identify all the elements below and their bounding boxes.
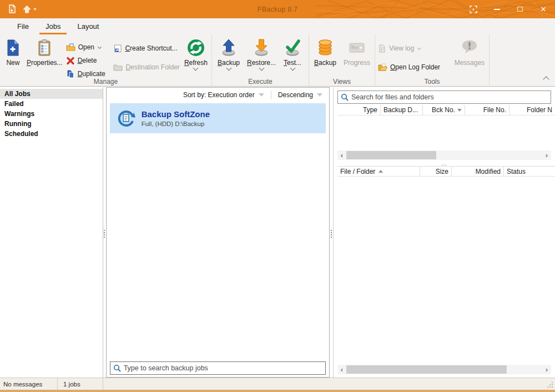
- ribbon-tabs: File Jobs Layout: [0, 18, 555, 34]
- files-table-header: File / Folder Size Modified Status: [337, 166, 555, 177]
- group-label-execute: Execute: [212, 78, 309, 86]
- properties-icon: [36, 37, 53, 58]
- scroll-right-icon[interactable]: ›: [542, 365, 551, 374]
- restore-button[interactable]: Restore...: [244, 36, 279, 70]
- resize-grip-icon[interactable]: [546, 381, 553, 388]
- group-label-manage: Manage: [0, 78, 211, 86]
- scroll-left-icon[interactable]: ‹: [337, 365, 346, 374]
- column-header-bck-no[interactable]: Bck No.: [423, 105, 465, 115]
- create-shortcut-icon: [113, 44, 122, 53]
- test-button[interactable]: Test...: [279, 36, 306, 70]
- test-icon: [283, 37, 302, 58]
- job-search-box: [110, 361, 326, 375]
- minimize-button[interactable]: [485, 0, 508, 18]
- close-button[interactable]: ×: [532, 0, 555, 18]
- group-label-tools: Tools: [375, 78, 489, 86]
- scroll-left-icon[interactable]: ‹: [337, 150, 346, 160]
- restore-icon: [252, 37, 271, 58]
- ribbon-group-tools: View log Open Log Folder: [375, 34, 490, 86]
- window-controls: ×: [462, 0, 555, 18]
- splitter-grip-icon: [104, 230, 105, 238]
- tools-small-buttons: View log Open Log Folder: [376, 36, 452, 73]
- chevron-down-icon: [98, 45, 102, 49]
- progress-view-button: Progress: [340, 36, 374, 67]
- search-icon: [113, 364, 122, 373]
- tab-jobs[interactable]: Jobs: [37, 18, 69, 34]
- search-icon: [341, 93, 349, 102]
- maximize-icon: [517, 7, 523, 12]
- sort-divider: [271, 91, 271, 99]
- open-button[interactable]: Open: [64, 41, 112, 54]
- splitter-grip-icon: [331, 230, 332, 238]
- sidebar-item-warnings[interactable]: Warnings: [0, 109, 103, 119]
- messages-icon: [460, 37, 479, 58]
- dropdown-triangle-icon: [317, 93, 322, 97]
- versions-table-header: Type Backup D... Bck No. File No. Folder…: [337, 105, 555, 115]
- column-header-modified[interactable]: Modified: [452, 167, 504, 176]
- tab-layout[interactable]: Layout: [69, 18, 107, 34]
- view-log-button: View log: [376, 42, 452, 54]
- column-header-size[interactable]: Size: [420, 167, 452, 176]
- ribbon-group-execute: Backup Restore...: [212, 34, 309, 86]
- progress-view-icon: [347, 37, 366, 58]
- sort-direction-dropdown[interactable]: Descending: [278, 91, 322, 99]
- job-name: Backup SoftZone: [142, 109, 210, 119]
- column-header-file-folder[interactable]: File / Folder: [337, 167, 420, 176]
- backup-view-button[interactable]: Backup: [310, 36, 340, 67]
- job-search-input[interactable]: [110, 362, 325, 374]
- status-messages: No messages: [0, 378, 58, 390]
- column-header-type[interactable]: Type: [337, 105, 381, 115]
- ribbon-group-views: Backup Progress Views: [309, 34, 375, 86]
- column-header-backup-date[interactable]: Backup D...: [381, 105, 423, 115]
- refresh-button[interactable]: Refresh: [181, 36, 210, 70]
- column-header-folder-no[interactable]: Folder N: [509, 105, 555, 115]
- delete-button[interactable]: Delete: [64, 54, 112, 67]
- sidebar-item-running[interactable]: Running: [0, 119, 103, 129]
- open-folder-icon: [66, 43, 75, 52]
- sidebar-item-failed[interactable]: Failed: [0, 99, 103, 109]
- column-header-file-no[interactable]: File No.: [465, 105, 509, 115]
- job-list: Backup SoftZone Full, (HDD) D:\Backup: [107, 102, 329, 361]
- files-table-body: [334, 177, 555, 365]
- backup-job-icon: [117, 109, 135, 128]
- status-jobs-count: 1 jobs: [58, 378, 103, 390]
- scrollbar-thumb[interactable]: [346, 365, 507, 374]
- panel-splitter-handle[interactable]: …: [334, 160, 555, 166]
- maximize-button[interactable]: [508, 0, 532, 18]
- messages-button: Messages: [452, 36, 487, 67]
- properties-button[interactable]: Properties...: [25, 36, 64, 67]
- view-log-icon: [378, 44, 386, 53]
- job-item-backup-softzone[interactable]: Backup SoftZone Full, (HDD) D:\Backup: [110, 103, 326, 133]
- touch-mode-button[interactable]: [462, 0, 485, 18]
- scrollbar-track[interactable]: [346, 365, 542, 374]
- new-icon: [4, 37, 22, 58]
- job-text: Backup SoftZone Full, (HDD) D:\Backup: [142, 109, 210, 127]
- open-log-folder-button[interactable]: Open Log Folder: [376, 61, 452, 73]
- tab-file[interactable]: File: [9, 18, 37, 34]
- sort-bar: Sort by: Execution order Descending: [107, 88, 329, 102]
- versions-horizontal-scrollbar: ‹ ›: [337, 150, 551, 160]
- destination-folder-icon: [113, 63, 123, 72]
- sidebar-item-scheduled[interactable]: Scheduled: [0, 129, 103, 139]
- duplicate-icon: [66, 70, 75, 78]
- backup-run-button[interactable]: Backup: [213, 36, 244, 70]
- scrollbar-thumb[interactable]: [346, 151, 436, 159]
- new-button[interactable]: New: [1, 36, 25, 67]
- create-shortcut-button[interactable]: Create Shortcut...: [112, 42, 181, 54]
- group-label-views: Views: [309, 78, 375, 86]
- delete-icon: [66, 57, 75, 65]
- close-icon: ×: [541, 4, 546, 14]
- app-window: FBackup 8.7 × File Jobs Layout: [0, 0, 555, 392]
- files-search-input[interactable]: [338, 91, 551, 103]
- manage-small-buttons: Open Delete Duplicate: [64, 36, 112, 81]
- column-header-status[interactable]: Status: [504, 167, 555, 176]
- collapse-ribbon-icon[interactable]: [543, 76, 549, 82]
- ribbon: New Properties...: [0, 34, 555, 87]
- status-bar: No messages 1 jobs: [0, 378, 555, 390]
- sidebar-item-all-jobs[interactable]: All Jobs: [0, 89, 103, 99]
- scrollbar-track[interactable]: [346, 150, 542, 160]
- sort-by-dropdown[interactable]: Sort by: Execution order: [183, 91, 264, 99]
- sort-asc-icon: [379, 170, 383, 173]
- backup-view-icon: [316, 37, 335, 58]
- scroll-right-icon[interactable]: ›: [542, 150, 551, 160]
